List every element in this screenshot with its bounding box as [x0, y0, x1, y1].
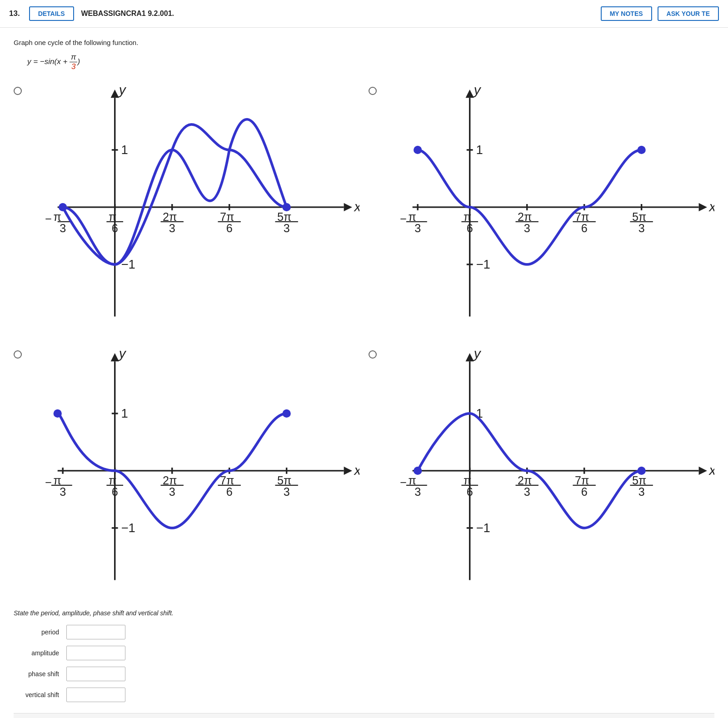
svg-text:y: y [118, 82, 127, 97]
svg-text:−: − [45, 212, 52, 225]
svg-text:π: π [54, 210, 61, 223]
svg-text:6: 6 [226, 222, 233, 234]
state-section: State the period, amplitude, phase shift… [14, 609, 714, 702]
svg-marker-2 [344, 203, 352, 211]
graph-item-2: x y 1 −1 − π 3 π 6 2π [369, 82, 714, 332]
amplitude-row: amplitude [14, 646, 714, 660]
svg-marker-69 [111, 353, 119, 361]
phase-shift-input[interactable] [66, 667, 125, 681]
right-buttons: MY NOTES ASK YOUR TE [601, 6, 719, 21]
svg-text:2π: 2π [163, 474, 177, 486]
graph-radio-2[interactable] [369, 87, 377, 95]
svg-text:x: x [708, 199, 714, 214]
graph-wrapper-4: x y 1 −1 − π 3 π 6 2π [381, 346, 714, 596]
svg-text:6: 6 [112, 485, 118, 498]
svg-text:3: 3 [524, 222, 530, 234]
period-label: period [14, 628, 59, 636]
show-work-section[interactable]: + Show My Work (Optional) ? [14, 713, 714, 718]
svg-text:3: 3 [414, 485, 421, 498]
svg-point-130 [414, 466, 422, 474]
phase-shift-label: phase shift [14, 670, 59, 678]
details-button[interactable]: DETAILS [29, 6, 74, 21]
formula-display: y = −sin(x + π 3 ) [14, 53, 714, 71]
svg-text:2π: 2π [518, 474, 532, 486]
instruction-text: Graph one cycle of the following functio… [14, 39, 714, 46]
svg-text:7π: 7π [220, 474, 234, 486]
period-input[interactable] [66, 625, 125, 639]
svg-point-32 [282, 203, 290, 211]
svg-text:−: − [45, 476, 52, 489]
svg-text:π: π [464, 210, 471, 223]
graph-item-3: x y 1 −1 − π 3 π 6 2π [14, 346, 359, 596]
svg-text:3: 3 [60, 485, 66, 498]
svg-text:1: 1 [476, 143, 483, 157]
svg-text:−1: −1 [121, 521, 135, 535]
graph-radio-4[interactable] [369, 350, 377, 359]
svg-point-65 [637, 146, 645, 154]
svg-text:7π: 7π [220, 210, 234, 223]
vertical-shift-row: vertical shift [14, 688, 714, 702]
svg-text:5π: 5π [632, 210, 646, 223]
graph-svg-4: x y 1 −1 − π 3 π 6 2π [381, 346, 714, 596]
main-content: Graph one cycle of the following functio… [0, 28, 728, 718]
svg-text:7π: 7π [575, 474, 589, 486]
graph-wrapper-1: x y 1 −1 − π 3 π [26, 82, 359, 332]
state-instruction: State the period, amplitude, phase shift… [14, 609, 714, 617]
vertical-shift-label: vertical shift [14, 691, 59, 698]
svg-text:3: 3 [414, 222, 421, 234]
svg-point-97 [54, 409, 62, 417]
svg-text:3: 3 [284, 222, 290, 234]
graphs-grid: x y 1 −1 − π 3 π [14, 82, 714, 596]
svg-text:π: π [109, 474, 116, 486]
svg-text:5π: 5π [277, 210, 291, 223]
svg-text:6: 6 [467, 222, 473, 234]
phase-shift-row: phase shift [14, 667, 714, 681]
svg-point-98 [282, 409, 290, 417]
graph-svg-2: x y 1 −1 − π 3 π 6 2π [381, 82, 714, 332]
svg-point-131 [637, 466, 645, 474]
amplitude-input[interactable] [66, 646, 125, 660]
graph-item-1: x y 1 −1 − π 3 π [14, 82, 359, 332]
svg-text:1: 1 [121, 406, 128, 420]
svg-text:3: 3 [284, 485, 290, 498]
svg-text:6: 6 [581, 485, 588, 498]
svg-text:6: 6 [226, 485, 233, 498]
svg-text:y: y [473, 346, 482, 361]
svg-text:x: x [354, 199, 359, 214]
formula-denominator: 3 [70, 62, 77, 71]
svg-text:y: y [473, 82, 482, 97]
svg-marker-35 [699, 203, 707, 211]
graph-svg-3: x y 1 −1 − π 3 π 6 2π [26, 346, 359, 596]
svg-text:2π: 2π [163, 210, 177, 223]
ask-teacher-button[interactable]: ASK YOUR TE [658, 6, 719, 21]
svg-text:−: − [400, 476, 407, 489]
svg-text:5π: 5π [277, 474, 291, 486]
svg-text:−1: −1 [476, 257, 490, 271]
svg-text:π: π [54, 474, 61, 486]
graph-wrapper-3: x y 1 −1 − π 3 π 6 2π [26, 346, 359, 596]
svg-marker-101 [699, 466, 707, 474]
formula-pi: π [71, 53, 76, 61]
svg-marker-102 [466, 353, 474, 361]
svg-text:6: 6 [112, 222, 118, 234]
svg-text:3: 3 [524, 485, 530, 498]
svg-text:π: π [464, 474, 471, 486]
svg-text:6: 6 [467, 485, 473, 498]
svg-text:3: 3 [60, 222, 66, 234]
svg-marker-68 [344, 466, 352, 474]
svg-text:3: 3 [169, 222, 175, 234]
vertical-shift-input[interactable] [66, 688, 125, 702]
period-row: period [14, 625, 714, 639]
svg-text:π: π [409, 210, 416, 223]
my-notes-button[interactable]: MY NOTES [601, 6, 652, 21]
amplitude-label: amplitude [14, 649, 59, 657]
graph-radio-1[interactable] [14, 87, 22, 95]
svg-text:7π: 7π [575, 210, 589, 223]
graph-svg-1: x y 1 −1 − π 3 π [26, 82, 359, 332]
graph-wrapper-2: x y 1 −1 − π 3 π 6 2π [381, 82, 714, 332]
svg-text:π: π [409, 474, 416, 486]
svg-text:5π: 5π [632, 474, 646, 486]
svg-text:−: − [400, 212, 407, 225]
header: 13. DETAILS WEBASSIGNCRA1 9.2.001. MY NO… [0, 0, 728, 28]
graph-radio-3[interactable] [14, 350, 22, 359]
